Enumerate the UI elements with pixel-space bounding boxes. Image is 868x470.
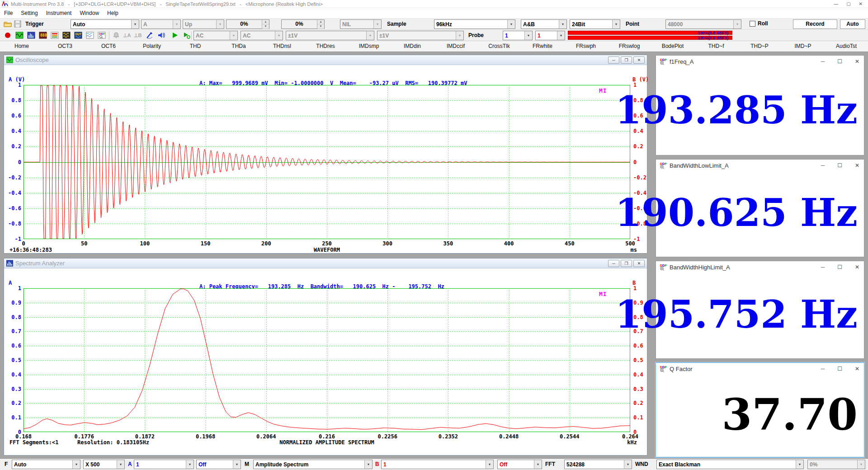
- overlap-select[interactable]: 0%▼: [807, 460, 865, 469]
- tab-imdsmp[interactable]: IMDsmp: [347, 41, 391, 52]
- cursor-a-button[interactable]: ⊥A: [123, 33, 131, 38]
- tab-imdccif[interactable]: IMDccif: [434, 41, 477, 52]
- probe-a-select[interactable]: 1▼: [503, 31, 533, 40]
- minimize-button[interactable]: ─: [821, 264, 825, 270]
- menu-item-setting[interactable]: Setting: [17, 8, 42, 18]
- vibrometer-button[interactable]: [86, 31, 94, 39]
- range-a-select[interactable]: ±1V▼: [286, 31, 374, 40]
- ddp-titlebar[interactable]: DDPBandWidthLowLimit_A─☐✕: [656, 160, 864, 171]
- cursor-b-button[interactable]: ⊥B: [134, 33, 142, 38]
- fft-size-select[interactable]: 524288▼: [564, 460, 632, 469]
- roll-checkbox[interactable]: Roll: [750, 20, 768, 27]
- minimize-button[interactable]: ─: [821, 366, 825, 372]
- weighting-a-select[interactable]: Off▼: [196, 460, 241, 469]
- close-button[interactable]: ✕: [633, 260, 645, 267]
- spectrum-titlebar[interactable]: Spectrum Analyzer ─ ❐ ✕: [4, 258, 647, 268]
- dropdown-arrow-icon[interactable]: ▼: [507, 20, 515, 28]
- tab-oct3[interactable]: OCT3: [43, 41, 87, 52]
- close-button[interactable]: ✕: [855, 58, 859, 65]
- tab-thdres[interactable]: THDres: [304, 41, 347, 52]
- alarm-button[interactable]: [112, 31, 120, 39]
- dropdown-arrow-icon[interactable]: ▼: [173, 20, 180, 28]
- close-button[interactable]: ✕: [633, 56, 645, 64]
- spinner-up-icon[interactable]: ▲: [317, 20, 324, 24]
- dropdown-arrow-icon[interactable]: ▼: [559, 20, 566, 28]
- menu-item-file[interactable]: File: [0, 8, 17, 18]
- maximize-button[interactable]: ☐: [837, 162, 842, 169]
- tab-home[interactable]: Home: [0, 41, 43, 52]
- ddp-titlebar[interactable]: DDPQ Factor─☐✕: [656, 363, 864, 375]
- trigger-mode-select[interactable]: Auto▼: [71, 19, 139, 29]
- tab-frswlog[interactable]: FRswlog: [608, 41, 651, 52]
- menu-item-window[interactable]: Window: [75, 8, 103, 18]
- signal-generator-button[interactable]: [62, 31, 71, 39]
- maximize-button[interactable]: ☐: [837, 264, 842, 270]
- record-button[interactable]: Record: [793, 19, 837, 29]
- dropdown-arrow-icon[interactable]: ▼: [524, 31, 532, 40]
- dropdown-arrow-icon[interactable]: ▼: [612, 20, 620, 28]
- dropdown-arrow-icon[interactable]: ▼: [275, 31, 283, 40]
- spinner-down-icon[interactable]: ▼: [262, 24, 269, 29]
- menu-item-instrument[interactable]: Instrument: [42, 8, 76, 18]
- gain-a-select[interactable]: 1▼: [134, 460, 194, 469]
- open-file-icon[interactable]: [4, 20, 12, 28]
- oscilloscope-titlebar[interactable]: Oscilloscope ─ ❐ ✕: [4, 55, 647, 65]
- bit-depth-select[interactable]: 24Bit▼: [570, 19, 620, 29]
- device-test-plan-button[interactable]: DUT: [74, 31, 82, 39]
- dropdown-arrow-icon[interactable]: ▼: [857, 460, 865, 469]
- save-icon[interactable]: [14, 20, 22, 28]
- sampling-rate-select[interactable]: 96kHz▼: [434, 19, 515, 29]
- trigger-level-spinner[interactable]: 0% ▲▼: [226, 19, 269, 29]
- tab-imdp[interactable]: IMD~P: [781, 41, 825, 52]
- trigger-source-select[interactable]: A▼: [141, 19, 181, 29]
- maximize-button[interactable]: ☐: [837, 58, 842, 65]
- ddp-titlebar[interactable]: DDPf1Freq_A─☐✕: [656, 56, 864, 67]
- tab-oct6[interactable]: OCT6: [87, 41, 130, 52]
- dropdown-arrow-icon[interactable]: ▼: [216, 20, 224, 28]
- dropdown-arrow-icon[interactable]: ▼: [366, 31, 374, 40]
- window-maximize-button[interactable]: ▢: [846, 0, 850, 8]
- tab-polarity[interactable]: Polarity: [130, 41, 174, 52]
- minimize-button[interactable]: ─: [821, 58, 825, 65]
- gain-b-select[interactable]: 1▼: [381, 460, 494, 469]
- record-length-select[interactable]: 48000▼: [665, 19, 741, 29]
- tab-crosstlk[interactable]: CrossTlk: [477, 41, 521, 52]
- tab-frswph[interactable]: FRswph: [564, 41, 608, 52]
- view-mode-select[interactable]: Amplitude Spectrum▼: [253, 460, 373, 469]
- menu-item-help[interactable]: Help: [103, 8, 123, 18]
- dropdown-arrow-icon[interactable]: ▼: [117, 460, 124, 469]
- ddp-titlebar[interactable]: DDPBandWidthHighLimit_A─☐✕: [656, 261, 864, 273]
- sound-output-button[interactable]: [157, 31, 165, 39]
- dropdown-arrow-icon[interactable]: ▼: [486, 460, 493, 469]
- multimeter-button[interactable]: 888: [39, 31, 47, 39]
- dropdown-arrow-icon[interactable]: ▼: [72, 460, 80, 469]
- tab-frwhite[interactable]: FRwhite: [521, 41, 564, 52]
- maximize-button[interactable]: ☐: [837, 366, 842, 372]
- trigger-edge-select[interactable]: Up▼: [183, 19, 224, 29]
- fft-average-select[interactable]: Auto▼: [12, 460, 80, 469]
- tab-thdp[interactable]: THD~P: [738, 41, 781, 52]
- tab-thd[interactable]: THD: [174, 41, 217, 52]
- restore-button[interactable]: ❐: [621, 56, 632, 64]
- channels-select[interactable]: A&B▼: [521, 19, 567, 29]
- calibration-probe-button[interactable]: [146, 31, 154, 39]
- window-close-button[interactable]: ✕: [859, 0, 863, 8]
- oscilloscope-button[interactable]: [15, 31, 24, 39]
- coupling-a-select[interactable]: AC▼: [193, 31, 238, 40]
- minimize-button[interactable]: ─: [821, 162, 825, 169]
- dropdown-arrow-icon[interactable]: ▼: [233, 460, 241, 469]
- dropdown-arrow-icon[interactable]: ▼: [131, 20, 139, 28]
- run-indicator-icon[interactable]: [4, 31, 12, 39]
- weighting-b-select[interactable]: Off▼: [497, 460, 542, 469]
- dropdown-arrow-icon[interactable]: ▼: [186, 460, 193, 469]
- zoom-factor-select[interactable]: X 500▼: [83, 460, 125, 469]
- close-button[interactable]: ✕: [855, 366, 859, 372]
- probe-b-select[interactable]: 1▼: [535, 31, 565, 40]
- tab-thdnsl[interactable]: THDnsl: [260, 41, 304, 52]
- ddp-viewer-button[interactable]: DDP: [98, 31, 106, 39]
- dropdown-arrow-icon[interactable]: ▼: [364, 460, 372, 469]
- frequency-rejection-select[interactable]: NIL▼: [340, 19, 382, 29]
- dropdown-arrow-icon[interactable]: ▼: [230, 31, 237, 40]
- range-b-select[interactable]: ±1V▼: [377, 31, 464, 40]
- window-minimize-button[interactable]: —: [834, 0, 838, 8]
